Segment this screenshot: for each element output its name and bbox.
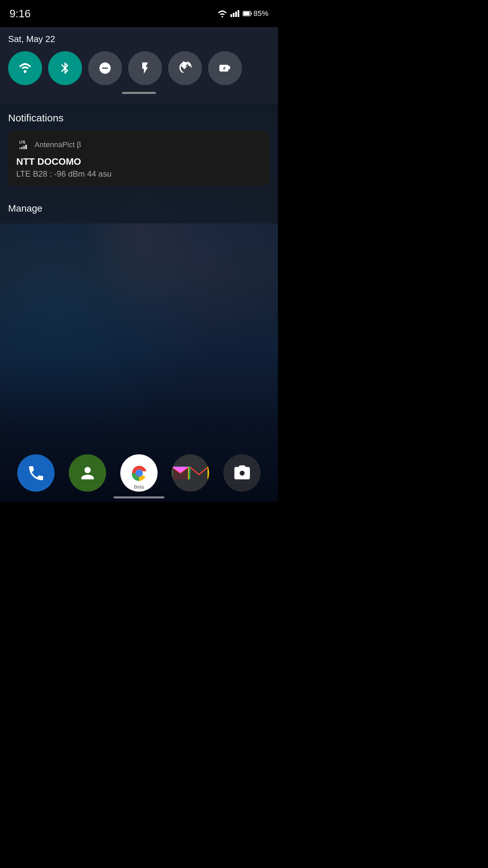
manage-section: Manage [0, 197, 278, 223]
gmail-icon [172, 466, 189, 481]
dnd-icon [98, 61, 112, 75]
signal-bars-icon [19, 145, 27, 149]
wifi-icon [18, 61, 32, 75]
qs-scroll-indicator [8, 92, 270, 94]
home-indicator[interactable] [114, 496, 164, 498]
status-bar: 9:16 85% [0, 0, 278, 27]
dock-camera[interactable] [223, 454, 261, 492]
notification-title: NTT DOCOMO [16, 156, 262, 167]
notification-header: LTE AntennaPict β [16, 138, 262, 152]
notification-card[interactable]: LTE AntennaPict β NTT DOCOMO LTE B28 : -… [8, 131, 270, 186]
notifications-heading: Notifications [8, 112, 270, 124]
notifications-section: Notifications LTE AntennaPi [0, 104, 278, 197]
dock-chrome[interactable]: Beta [120, 454, 158, 492]
app-dock: Beta [0, 454, 278, 492]
battery-status-icon: 85% [243, 9, 268, 18]
svg-point-0 [222, 16, 223, 17]
status-icons: 85% [218, 9, 268, 18]
svg-rect-3 [243, 12, 249, 16]
qs-tile-bluetooth[interactable] [48, 51, 82, 85]
svg-point-4 [24, 70, 26, 73]
camera-icon [233, 464, 251, 482]
autorotate-icon [178, 61, 192, 75]
wifi-status-icon [218, 10, 227, 17]
notification-app-name: AntennaPict β [35, 140, 81, 149]
dock-phone[interactable] [17, 454, 55, 492]
lte-label: LTE [19, 141, 27, 144]
svg-rect-2 [251, 13, 252, 15]
phone-icon [27, 464, 45, 482]
qs-header: Sat, May 22 [8, 34, 270, 44]
qs-tile-battery-saver[interactable] [208, 51, 242, 85]
qs-tile-flashlight[interactable] [128, 51, 162, 85]
battery-percentage: 85% [253, 9, 268, 18]
qs-tile-dnd[interactable] [88, 51, 122, 85]
signal-status-icon [230, 10, 239, 17]
qs-tile-autorotate[interactable] [168, 51, 202, 85]
dock-gmail[interactable] [172, 454, 209, 492]
status-time: 9:16 [9, 7, 30, 20]
dock-contacts[interactable] [69, 454, 106, 492]
qs-date: Sat, May 22 [8, 34, 55, 44]
gmail-m-icon [189, 466, 209, 480]
battery-saver-icon [218, 61, 232, 75]
chrome-icon [128, 462, 150, 484]
chrome-beta-label: Beta [134, 484, 144, 490]
bluetooth-icon [58, 61, 72, 75]
notification-shade: 9:16 85% [0, 0, 278, 223]
qs-tile-wifi[interactable] [8, 51, 42, 85]
contacts-icon [78, 464, 97, 482]
quick-settings-panel: Sat, May 22 [0, 27, 278, 104]
manage-button[interactable]: Manage [8, 200, 42, 217]
antenna-app-icon: LTE [16, 138, 30, 152]
flashlight-icon [138, 61, 152, 75]
qs-indicator-bar [122, 92, 156, 94]
notification-body: LTE B28 : -96 dBm 44 asu [16, 169, 262, 179]
qs-tiles-row [8, 51, 270, 85]
